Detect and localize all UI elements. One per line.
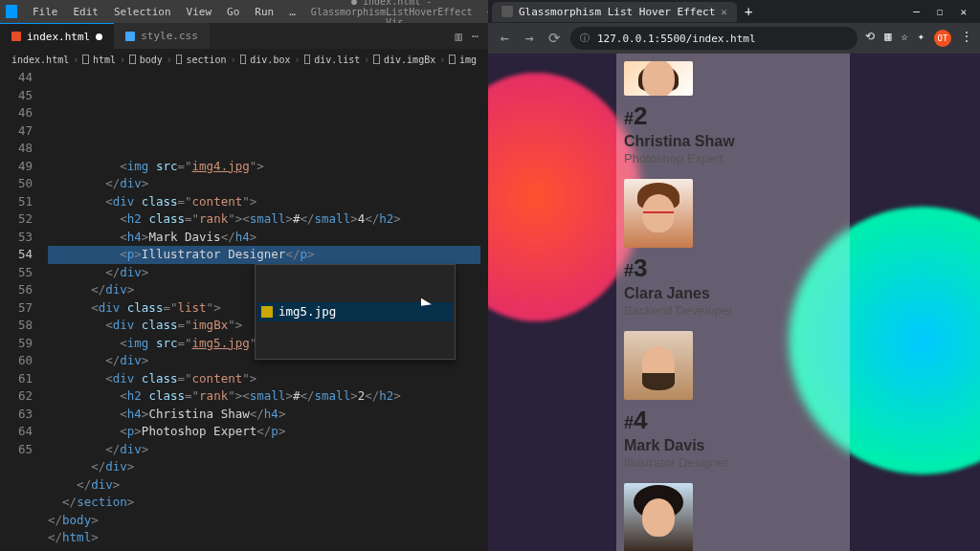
qr-icon[interactable]: ▦: [884, 30, 891, 47]
unsaved-dot-icon: [96, 33, 102, 40]
editor-tabs: index.html style.css ▥ ⋯: [0, 23, 488, 50]
person-name: Christina Shaw: [624, 133, 842, 150]
menu-edit[interactable]: Edit: [68, 6, 105, 18]
person-name: Clara Janes: [624, 285, 842, 302]
person-name: Mark Davis: [624, 437, 842, 454]
code-line[interactable]: </section>: [48, 494, 488, 512]
list-item[interactable]: #3 Clara Janes Backend Developer: [624, 171, 842, 323]
code-line[interactable]: <h2 class="rank"><small>#</small>4</h2>: [48, 210, 488, 229]
list-item[interactable]: #2 Christina Shaw Photoshop Expert: [624, 475, 842, 551]
code-line[interactable]: <p>Photoshop Expert</p>: [48, 423, 488, 441]
list-item[interactable]: #4 Mark Davis Illustrator Designer: [624, 323, 842, 475]
tab-label: index.html: [27, 31, 90, 43]
element-icon: [449, 55, 456, 64]
code-area[interactable]: img5.jpg <img src="img4.jpg"> </div> <di…: [48, 69, 488, 551]
menu-file[interactable]: File: [27, 6, 64, 18]
code-line[interactable]: </div>: [48, 441, 488, 459]
element-icon: [240, 55, 247, 64]
maximize-icon[interactable]: ☐: [937, 6, 944, 18]
crumb[interactable]: div.imgBx: [384, 55, 435, 65]
crumb[interactable]: section: [186, 55, 226, 65]
vscode-logo-icon: [6, 5, 17, 18]
person-role: Illustrator Designer: [624, 455, 842, 470]
split-editor-icon[interactable]: ▥: [456, 30, 462, 43]
code-line[interactable]: <div class="content">: [48, 193, 488, 211]
line-gutter: 4445464748495051525354555657585960616263…: [0, 69, 48, 551]
code-line[interactable]: </div>: [48, 458, 488, 476]
code-line[interactable]: <h4>Christina Shaw</h4>: [48, 406, 488, 424]
browser-window: Glassmorphism List Hover Effect ✕ + ─ ☐ …: [488, 0, 980, 551]
reload-button[interactable]: ⟳: [546, 30, 563, 47]
html-file-icon: [11, 32, 21, 41]
more-actions-icon[interactable]: ⋯: [472, 30, 479, 43]
menu-icon[interactable]: ⋮: [961, 30, 972, 47]
breadcrumbs[interactable]: index.html› html› body› section› div.box…: [0, 50, 488, 69]
code-line[interactable]: </div>: [48, 175, 488, 193]
code-editor[interactable]: 4445464748495051525354555657585960616263…: [0, 69, 488, 551]
browser-tab-title: Glassmorphism List Hover Effect: [519, 6, 715, 18]
profile-avatar-icon[interactable]: OT: [934, 30, 951, 47]
element-icon: [304, 55, 311, 64]
code-line[interactable]: <h2 class="rank"><small>#</small>2</h2>: [48, 387, 488, 406]
code-line[interactable]: </html>: [48, 529, 488, 547]
crumb[interactable]: div.list: [314, 55, 360, 65]
crumb[interactable]: div.box: [250, 55, 290, 65]
css-file-icon: [125, 32, 135, 41]
rank-label: #4: [624, 406, 842, 435]
live-reload-icon[interactable]: ⟲: [865, 30, 875, 47]
avatar: [624, 331, 693, 400]
favicon-icon: [501, 6, 513, 17]
mouse-cursor-icon: [421, 301, 434, 319]
minimize-icon[interactable]: ─: [913, 6, 920, 18]
person-role: Photoshop Expert: [624, 151, 842, 165]
tab-close-icon[interactable]: ✕: [721, 6, 727, 18]
tab-index-html[interactable]: index.html: [0, 23, 114, 49]
vscode-window: File Edit Selection View Go Run … ● inde…: [0, 0, 488, 551]
site-info-icon[interactable]: ⓘ: [580, 32, 590, 45]
glass-list: #2 Christina Shaw Photoshop Expert #3 Cl…: [616, 54, 850, 551]
menu-selection[interactable]: Selection: [108, 6, 177, 18]
rank-label: #3: [624, 253, 842, 283]
page-viewport[interactable]: #2 Christina Shaw Photoshop Expert #3 Cl…: [488, 54, 980, 551]
browser-toolbar: ← → ⟳ ⓘ 127.0.0.1:5500/index.html ⟲ ▦ ☆ …: [488, 23, 980, 54]
crumb[interactable]: html: [93, 55, 116, 65]
menubar: File Edit Selection View Go Run … ● inde…: [0, 0, 488, 23]
menu-run[interactable]: Run: [249, 6, 279, 18]
address-bar[interactable]: ⓘ 127.0.0.1:5500/index.html: [570, 27, 858, 50]
list-item[interactable]: #2 Christina Shaw Photoshop Expert: [624, 54, 842, 171]
rank-label: #2: [624, 101, 842, 131]
element-icon: [176, 55, 183, 64]
crumb[interactable]: index.html: [11, 55, 69, 65]
element-icon: [129, 55, 136, 64]
extensions-icon[interactable]: ✦: [918, 30, 924, 47]
menu-overflow[interactable]: …: [283, 6, 301, 18]
forward-button[interactable]: →: [521, 30, 538, 47]
element-icon: [82, 55, 89, 64]
menu-go[interactable]: Go: [221, 6, 245, 18]
crumb[interactable]: body: [140, 55, 163, 65]
code-line[interactable]: <div class="content">: [48, 370, 488, 388]
browser-tab[interactable]: Glassmorphism List Hover Effect ✕: [492, 2, 737, 22]
file-suggestion-icon: [261, 306, 273, 318]
bookmark-icon[interactable]: ☆: [902, 30, 908, 47]
avatar: [624, 61, 693, 96]
avatar: [624, 179, 693, 248]
menu-view[interactable]: View: [181, 6, 218, 18]
avatar: [624, 483, 693, 551]
element-icon: [373, 55, 380, 64]
suggestion-label: img5.jpg: [278, 303, 336, 321]
code-line[interactable]: </div>: [48, 476, 488, 495]
crumb[interactable]: img: [459, 55, 477, 65]
tab-label: style.css: [141, 30, 198, 42]
code-line[interactable]: <h4>Mark Davis</h4>: [48, 229, 488, 247]
close-icon[interactable]: ✕: [960, 6, 967, 18]
tab-style-css[interactable]: style.css: [114, 23, 210, 49]
new-tab-button[interactable]: +: [737, 4, 760, 19]
browser-tabstrip: Glassmorphism List Hover Effect ✕ + ─ ☐ …: [488, 0, 980, 23]
code-line[interactable]: </body>: [48, 512, 488, 530]
code-line[interactable]: <img src="img4.jpg">: [48, 158, 488, 176]
back-button[interactable]: ←: [496, 30, 513, 47]
url-text: 127.0.0.1:5500/index.html: [597, 33, 756, 45]
person-role: Backend Developer: [624, 303, 842, 318]
